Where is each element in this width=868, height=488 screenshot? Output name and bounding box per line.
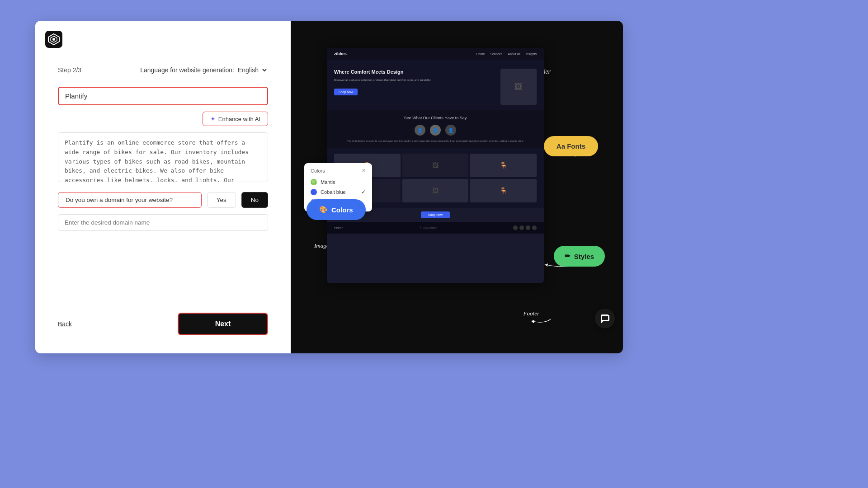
avatar-1: 👤 — [415, 125, 425, 136]
color-option-mantis[interactable]: Mantis — [311, 177, 366, 187]
nav-insights: Insights — [526, 52, 537, 56]
colors-dropdown-label: Colors — [311, 168, 325, 174]
step-label: Step 2/3 — [58, 66, 81, 74]
domain-name-input[interactable] — [58, 214, 268, 231]
mockup-testimonial-title: See What Our Clients Have to Say — [334, 116, 537, 120]
nav-services: Services — [490, 52, 502, 56]
footer-icon-1 — [513, 225, 518, 230]
styles-btn-label: Styles — [574, 253, 594, 260]
mockup-testimonial-text: The AI Builder is so easy to use and eve… — [334, 139, 537, 143]
mockup-testimonial: See What Our Clients Have to Say 👤 👤 👤 T… — [327, 110, 544, 148]
color-dot-mantis — [311, 179, 317, 185]
mockup-shop-btn2: Shop Now — [421, 211, 450, 218]
colors-button[interactable]: 🎨 Colors — [307, 199, 366, 220]
mockup-nav: zibber. Home Services About us Insights — [327, 48, 544, 60]
mockup-hero-sub: Discover an exclusive collection of chai… — [334, 78, 495, 82]
mockup-footer-logo: zibber. — [334, 226, 344, 230]
back-button[interactable]: Back — [58, 320, 72, 328]
no-button[interactable]: No — [241, 192, 268, 208]
footer-annotation: Footer — [524, 310, 539, 317]
yes-button[interactable]: Yes — [207, 192, 236, 208]
chat-bubble-button[interactable] — [595, 309, 615, 328]
mockup-hero-image: 🖼 — [500, 69, 537, 105]
domain-question-row: Do you own a domain for your website? Ye… — [58, 192, 268, 208]
mockup-shop-btn: Shop Now — [334, 89, 358, 95]
mockup-nav-logo: zibber. — [334, 52, 347, 56]
styles-button[interactable]: ✏ Styles — [554, 246, 605, 267]
avatar-2: 👤 — [430, 125, 441, 136]
mockup-hero: Where Comfort Meets Design Discover an e… — [327, 60, 544, 110]
right-panel: Header Image Footer zibber. Home Service… — [291, 21, 623, 353]
footer-icon-3 — [526, 225, 530, 230]
avatar-3: 👤 — [445, 125, 456, 136]
gallery-img-5: 🖼 — [402, 179, 469, 202]
step-row: Step 2/3 Language for website generation… — [58, 66, 268, 74]
mockup-footer: zibber. © 2022 zibber — [327, 222, 544, 234]
footer-icon-4 — [532, 225, 537, 230]
enhance-ai-button[interactable]: ✦ Enhance with AI — [203, 112, 268, 126]
language-select[interactable]: English French Spanish German — [236, 66, 268, 74]
mockup-hero-title: Where Comfort Meets Design — [334, 69, 495, 75]
colors-dropdown-title: Colors ✕ — [311, 168, 366, 174]
description-textarea[interactable]: Plantify is an online ecommerce store th… — [58, 132, 268, 182]
styles-btn-icon: ✏ — [565, 252, 571, 260]
nav-home: Home — [476, 52, 485, 56]
color-option-cobalt[interactable]: Cobalt blue ✓ — [311, 187, 366, 197]
color-label-cobalt: Cobalt blue — [321, 189, 346, 195]
mockup-hero-text: Where Comfort Meets Design Discover an e… — [334, 69, 495, 105]
color-dot-cobalt — [311, 189, 317, 195]
left-panel: Step 2/3 Language for website generation… — [35, 21, 291, 353]
color-label-mantis: Mantis — [321, 179, 335, 185]
mockup-footer-copy: © 2022 zibber — [420, 226, 437, 229]
mockup-avatars: 👤 👤 👤 — [334, 125, 537, 136]
colors-btn-icon: 🎨 — [319, 206, 328, 214]
next-button[interactable]: Next — [178, 313, 268, 335]
app-logo — [45, 31, 62, 48]
gallery-img-6: 🪑 — [470, 179, 537, 202]
footer-icon-2 — [519, 225, 524, 230]
site-name-input[interactable] — [58, 87, 268, 105]
colors-btn-label: Colors — [331, 206, 353, 214]
colors-dropdown-close[interactable]: ✕ — [362, 168, 366, 174]
color-check-cobalt: ✓ — [361, 189, 366, 195]
svg-point-3 — [52, 38, 55, 41]
main-card: Step 2/3 Language for website generation… — [35, 21, 623, 353]
mockup-footer-icons — [513, 225, 537, 230]
sparkle-icon: ✦ — [210, 115, 216, 122]
domain-question-label: Do you own a domain for your website? — [58, 192, 202, 208]
nav-about: About us — [508, 52, 520, 56]
fonts-button[interactable]: Aa Fonts — [544, 136, 598, 156]
bottom-row: Back Next — [58, 304, 268, 335]
gallery-img-2: 🖼 — [402, 154, 469, 177]
language-selector[interactable]: Language for website generation: English… — [140, 66, 268, 74]
language-label: Language for website generation: — [140, 66, 234, 74]
mockup-nav-links: Home Services About us Insights — [476, 52, 537, 56]
chat-icon — [600, 314, 610, 324]
enhance-btn-label: Enhance with AI — [218, 116, 260, 122]
fonts-btn-label: Aa Fonts — [557, 142, 585, 150]
gallery-img-3: 🪑 — [470, 154, 537, 177]
